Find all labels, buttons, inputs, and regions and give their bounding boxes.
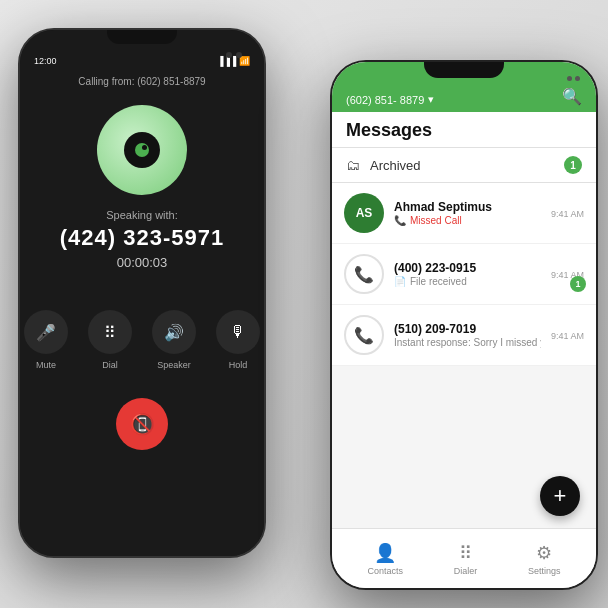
contact-name: (400) 223-0915	[394, 261, 541, 275]
end-call-button[interactable]: 📵	[116, 398, 168, 450]
camera-dot2	[236, 52, 242, 58]
message-content: (510) 209-7019 Instant response: Sorry I…	[394, 322, 541, 348]
speaker-btn-circle[interactable]: 🔊	[152, 310, 196, 354]
dial-btn-circle[interactable]: ⠿	[88, 310, 132, 354]
hold-label: Hold	[229, 360, 248, 370]
search-icon[interactable]: 🔍	[562, 87, 582, 106]
contacts-label: Contacts	[367, 566, 403, 576]
bottom-nav: 👤 Contacts ⠿ Dialer ⚙ Settings	[332, 528, 596, 588]
camera-dot	[226, 52, 232, 58]
dialer-icon: ⠿	[459, 542, 472, 564]
list-item[interactable]: AS Ahmad Septimus 📞 Missed Call 9:41 AM	[332, 183, 596, 244]
phone1-camera	[226, 52, 242, 58]
missed-call-icon: 📞	[394, 215, 406, 226]
message-preview: 📞 Missed Call	[394, 215, 541, 226]
contacts-icon: 👤	[374, 542, 396, 564]
messages-title-bar: Messages	[332, 112, 596, 148]
message-meta: 9:41 AM	[551, 207, 584, 219]
avatar: 📞	[344, 315, 384, 355]
preview-text: Missed Call	[410, 215, 462, 226]
phone2-device: (602) 851- 8879 ▾ 🔍 Messages 🗂 Archived …	[330, 60, 598, 590]
preview-text: File received	[410, 276, 467, 287]
contact-name: (510) 209-7019	[394, 322, 541, 336]
speaking-label: Speaking with:	[106, 209, 178, 221]
message-list: AS Ahmad Septimus 📞 Missed Call 9:41 AM …	[332, 183, 596, 366]
fab-icon: +	[554, 483, 567, 509]
list-item[interactable]: 📞 (400) 223-0915 📄 File received 9:41 AM…	[332, 244, 596, 305]
phone2-number-text: (602) 851- 8879	[346, 94, 424, 106]
call-timer: 00:00:03	[117, 255, 168, 270]
mute-control[interactable]: 🎤 Mute	[24, 310, 68, 370]
message-time: 9:41 AM	[551, 331, 584, 341]
phone1-screen: 12:00 ▐▐▐ 📶 Calling from: (602) 851-8879…	[20, 30, 264, 556]
contact-name: Ahmad Septimus	[394, 200, 541, 214]
mute-btn-circle[interactable]: 🎤	[24, 310, 68, 354]
message-content: (400) 223-0915 📄 File received	[394, 261, 541, 287]
phone1-active-number: (424) 323-5971	[60, 225, 224, 251]
message-preview: Instant response: Sorry I missed your ca…	[394, 337, 541, 348]
phone1-device: 12:00 ▐▐▐ 📶 Calling from: (602) 851-8879…	[18, 28, 266, 558]
mute-label: Mute	[36, 360, 56, 370]
phone2-number-display: (602) 851- 8879 ▾	[346, 93, 434, 106]
preview-text: Instant response: Sorry I missed your ca…	[394, 337, 541, 348]
app-logo	[97, 105, 187, 195]
message-time: 9:41 AM	[551, 209, 584, 219]
speaker-control[interactable]: 🔊 Speaker	[152, 310, 196, 370]
settings-icon: ⚙	[536, 542, 552, 564]
nav-contacts[interactable]: 👤 Contacts	[367, 542, 403, 576]
speaker-label: Speaker	[157, 360, 191, 370]
message-meta: 9:41 AM	[551, 329, 584, 341]
end-call-icon: 📵	[130, 412, 155, 436]
phone1-notch	[107, 30, 177, 44]
phone1-time: 12:00	[34, 56, 57, 66]
nav-dialer[interactable]: ⠿ Dialer	[454, 542, 478, 576]
dial-control[interactable]: ⠿ Dial	[88, 310, 132, 370]
logo-eye	[124, 132, 160, 168]
message-preview: 📄 File received	[394, 276, 541, 287]
scene: 12:00 ▐▐▐ 📶 Calling from: (602) 851-8879…	[0, 0, 608, 608]
archived-badge: 1	[564, 156, 582, 174]
logo-pupil	[135, 143, 149, 157]
calling-from-label: Calling from: (602) 851-8879	[78, 76, 205, 87]
archive-icon: 🗂	[346, 157, 360, 173]
hold-btn-circle[interactable]: 🎙	[216, 310, 260, 354]
call-controls: 🎤 Mute ⠿ Dial 🔊 Speaker 🎙 Hold	[24, 310, 260, 370]
list-item[interactable]: 📞 (510) 209-7019 Instant response: Sorry…	[332, 305, 596, 366]
archived-row[interactable]: 🗂 Archived 1	[332, 148, 596, 183]
chevron-down-icon: ▾	[428, 93, 434, 106]
message-content: Ahmad Septimus 📞 Missed Call	[394, 200, 541, 226]
avatar: 📞	[344, 254, 384, 294]
archived-label: Archived	[370, 158, 554, 173]
dial-label: Dial	[102, 360, 118, 370]
file-icon: 📄	[394, 276, 406, 287]
settings-label: Settings	[528, 566, 561, 576]
hold-control[interactable]: 🎙 Hold	[216, 310, 260, 370]
fab-button[interactable]: +	[540, 476, 580, 516]
phone2-camera	[567, 76, 580, 81]
cam-dot1	[567, 76, 572, 81]
avatar: AS	[344, 193, 384, 233]
dialer-label: Dialer	[454, 566, 478, 576]
cam-dot2	[575, 76, 580, 81]
page-title: Messages	[346, 120, 432, 141]
phone2-notch	[424, 62, 504, 78]
nav-settings[interactable]: ⚙ Settings	[528, 542, 561, 576]
unread-badge: 1	[570, 276, 586, 292]
